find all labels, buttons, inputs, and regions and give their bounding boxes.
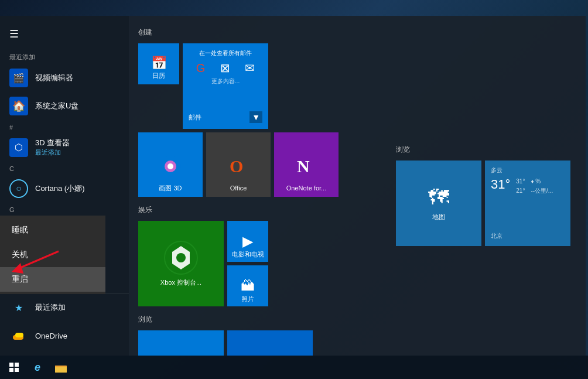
app-list-header: ☰ — [0, 22, 129, 46]
weather-low: 21° — [516, 187, 525, 194]
entertainment-title: 娱乐 — [138, 205, 377, 215]
start-menu: ☰ 最近添加 🎬 视频编辑器 🏠 系统之家U盘 # ⬡ 3D 查看器 — [0, 16, 387, 356]
calendar-label: 日历 — [152, 72, 165, 80]
onenote-label: OneNote for... — [286, 185, 326, 192]
xbox-tile[interactable]: Xbox 控制台... — [138, 221, 224, 306]
recently-added-icon: ★ — [9, 298, 28, 317]
browse-title-right: 浏览 — [396, 145, 576, 155]
footer-onedrive[interactable]: OneDrive — [0, 322, 129, 350]
app-item-cortana[interactable]: ○ Cortana (小娜) — [0, 175, 129, 203]
app-name-3d-viewer: 3D 查看器 — [35, 138, 70, 148]
mail-chevron[interactable]: ▼ — [249, 111, 262, 123]
mail-more-text: 更多内容... — [189, 77, 262, 86]
app-subtitle-3d-viewer: 最近添加 — [35, 148, 70, 157]
create-section: 创建 📅 日历 在一处查看所有邮件 G ⊠ ✉ — [138, 28, 377, 197]
create-title: 创建 — [138, 28, 377, 37]
photos-label: 照片 — [241, 295, 254, 303]
power-menu: 睡眠 关机 重启 — [0, 216, 105, 294]
restart-item[interactable]: 重启 — [0, 267, 105, 292]
desktop: ☰ 最近添加 🎬 视频编辑器 🏠 系统之家U盘 # ⬡ 3D 查看器 — [0, 0, 588, 379]
svg-rect-1 — [15, 333, 23, 337]
svg-point-4 — [167, 163, 173, 169]
entertainment-section: 娱乐 Xbox 控制台... ▶ — [138, 205, 377, 306]
weather-tile[interactable]: 多云 31° 31° 21° ♦ % --公里/... — [485, 161, 570, 246]
weather-wind: --公里/... — [531, 187, 553, 194]
map-tile[interactable]: 🗺 地图 — [396, 161, 481, 246]
paint3d-tile[interactable]: 画图 3D — [138, 132, 203, 197]
browse-section: 浏览 🛍 Microsoft Store e Microsoft Edge — [138, 315, 377, 356]
weather-status: 多云 — [491, 166, 565, 175]
office-label: Office — [230, 185, 247, 192]
svg-rect-15 — [9, 368, 13, 372]
svg-rect-13 — [9, 363, 13, 367]
onedrive-label: OneDrive — [35, 332, 67, 340]
xbox-label: Xbox 控制台... — [160, 279, 201, 286]
svg-rect-18 — [55, 367, 67, 373]
recently-added-label: 最近添加 — [35, 302, 66, 313]
svg-rect-16 — [15, 368, 19, 372]
movies-label: 电影和电视 — [232, 251, 264, 258]
app-list: ☰ 最近添加 🎬 视频编辑器 🏠 系统之家U盘 # ⬡ 3D 查看器 — [0, 16, 129, 356]
app-item-3d-viewer[interactable]: ⬡ 3D 查看器 最近添加 — [0, 133, 129, 162]
mail-top-text: 在一处查看所有邮件 — [189, 49, 262, 57]
map-label: 地图 — [432, 213, 445, 221]
weather-temp: 31° — [491, 177, 510, 192]
recently-added-section-title: 最近添加 — [0, 49, 129, 64]
g-header: G — [0, 203, 129, 216]
app-name-video-editor: 视频编辑器 — [35, 73, 73, 83]
msstore-tile[interactable]: 🛍 Microsoft Store — [138, 330, 224, 356]
app-item-systemu[interactable]: 🏠 系统之家U盘 — [0, 92, 129, 120]
mail-tile[interactable]: 在一处查看所有邮件 G ⊠ ✉ 更多内容... 邮件 ▼ — [183, 43, 268, 129]
msedge-tile[interactable]: e Microsoft Edge — [227, 330, 313, 356]
hash-header: # — [0, 120, 129, 133]
taskbar-explorer[interactable] — [49, 356, 73, 379]
photos-tile[interactable]: 🏔 照片 — [227, 265, 268, 306]
footer-recently-added[interactable]: ★ 最近添加 — [0, 293, 129, 322]
cortana-icon: ○ — [9, 179, 28, 198]
svg-text:O: O — [230, 156, 243, 176]
svg-point-10 — [176, 253, 186, 262]
movies-tile[interactable]: ▶ 电影和电视 — [227, 221, 268, 262]
weather-humidity: % — [535, 178, 541, 185]
shutdown-item[interactable]: 关机 — [0, 243, 105, 267]
3d-viewer-icon: ⬡ — [9, 138, 28, 157]
c-header: C — [0, 162, 129, 175]
svg-rect-19 — [55, 366, 60, 367]
paint3d-label: 画图 3D — [159, 185, 182, 192]
onenote-tile[interactable]: N OneNote for... — [274, 132, 339, 197]
tiles-panel: 创建 📅 日历 在一处查看所有邮件 G ⊠ ✉ — [129, 16, 387, 356]
video-editor-icon: 🎬 — [9, 69, 28, 87]
office-tile[interactable]: O Office — [206, 132, 271, 197]
app-name-systemu: 系统之家U盘 — [35, 101, 78, 111]
systemu-icon: 🏠 — [9, 97, 28, 115]
onedrive-icon — [9, 326, 28, 345]
app-item-video-editor[interactable]: 🎬 视频编辑器 — [0, 64, 129, 92]
start-button[interactable] — [2, 356, 26, 379]
hamburger-icon[interactable]: ☰ — [9, 28, 19, 40]
taskbar-edge[interactable]: e — [26, 356, 49, 379]
weather-city: 北京 — [491, 232, 565, 240]
app-name-cortana: Cortana (小娜) — [35, 183, 85, 194]
right-tiles-panel: 浏览 🗺 地图 多云 31° 31° 21° — [387, 16, 586, 356]
taskbar: e — [0, 356, 588, 379]
mail-label: 邮件 — [189, 113, 201, 122]
sleep-item[interactable]: 睡眠 — [0, 218, 105, 243]
calendar-tile[interactable]: 📅 日历 — [138, 43, 179, 84]
browse-title: 浏览 — [138, 315, 377, 325]
svg-text:N: N — [297, 156, 310, 176]
weather-high: 31° — [516, 178, 525, 185]
svg-rect-14 — [15, 363, 19, 367]
